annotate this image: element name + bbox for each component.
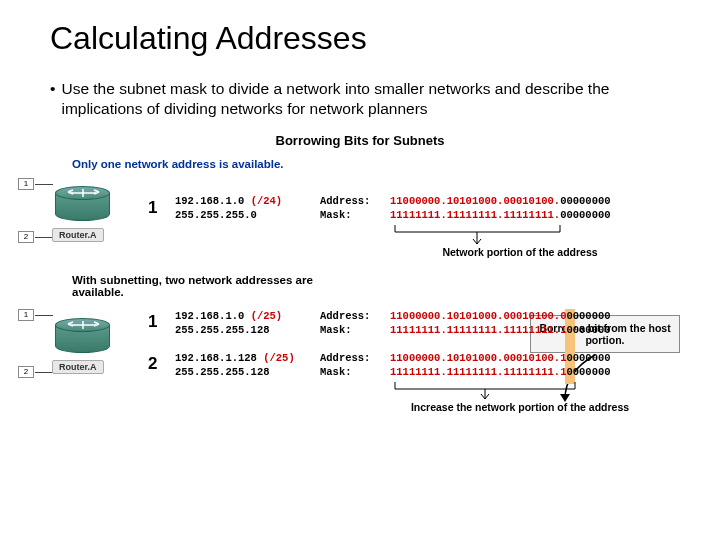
port-2b: 2 (18, 366, 34, 378)
router-icon (55, 186, 110, 226)
bullet-text: Use the subnet mask to divide a network … (50, 79, 670, 119)
section2-diagram: 1 2 Router.A 1 192.168.1.0 (/25) 255.255… (20, 304, 670, 419)
wire-2 (35, 237, 53, 238)
diagram-title: Borrowing Bits for Subnets (50, 133, 670, 148)
bin-values-1: 11000000.10101000.00010100.00000000 1111… (390, 194, 611, 222)
port-1: 1 (18, 178, 34, 190)
wire-1b (35, 315, 53, 316)
bin-values-2a: 11000000.10101000.00010100.00000000 1111… (390, 309, 611, 337)
section1-diagram: 1 2 Router.A 1 192.168.1.0 (/24) 255.255… (20, 176, 670, 266)
section2-statement: With subnetting, two network addresses a… (72, 274, 670, 298)
bin-labels-1: Address: Mask: (320, 194, 370, 222)
router-icon-b (55, 318, 110, 358)
ip-block-1: 192.168.1.0 (/24) 255.255.255.0 (175, 194, 282, 222)
section1-statement: Only one network address is available. (72, 158, 670, 170)
row-number-2b: 2 (148, 354, 157, 374)
port-2: 2 (18, 231, 34, 243)
bin-values-2b: 11000000.10101000.00010100.10000000 1111… (390, 351, 611, 379)
bin-labels-2b: Address: Mask: (320, 351, 370, 379)
wire-1 (35, 184, 53, 185)
ip-block-2a: 192.168.1.0 (/25) 255.255.255.128 (175, 309, 282, 337)
bin-labels-2a: Address: Mask: (320, 309, 370, 337)
router-label-b: Router.A (52, 360, 104, 374)
wire-2b (35, 372, 53, 373)
page-title: Calculating Addresses (50, 20, 670, 57)
row-number-1: 1 (148, 198, 157, 218)
ip-block-2b: 192.168.1.128 (/25) 255.255.255.128 (175, 351, 295, 379)
caption-network-portion: Network portion of the address (420, 246, 620, 258)
caption-increase: Increase the network portion of the addr… (390, 401, 650, 413)
port-1b: 1 (18, 309, 34, 321)
router-label: Router.A (52, 228, 104, 242)
row-number-2a: 1 (148, 312, 157, 332)
